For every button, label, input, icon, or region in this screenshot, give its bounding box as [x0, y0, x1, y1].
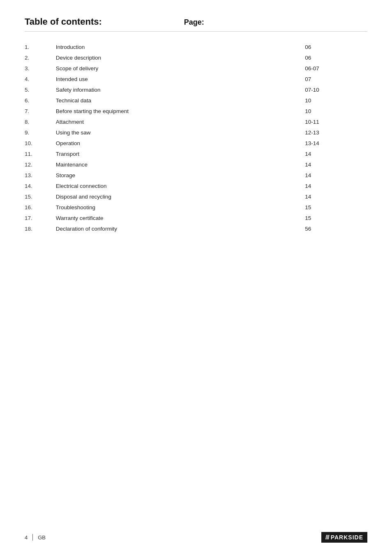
toc-item-title: Transport	[56, 148, 305, 159]
toc-item-page: 06-07	[305, 63, 367, 74]
toc-title: Table of contents:	[25, 16, 102, 27]
toc-item-page: 10-11	[305, 116, 367, 127]
toc-item-number: 5.	[25, 84, 56, 95]
toc-item-number: 11.	[25, 148, 56, 159]
toc-item-number: 8.	[25, 116, 56, 127]
parkside-logo: /// PARKSIDE	[321, 532, 367, 543]
footer-language: GB	[38, 534, 46, 541]
table-row: 3.Scope of delivery06-07	[25, 63, 367, 74]
toc-item-title: Scope of delivery	[56, 63, 305, 74]
toc-item-title: Using the saw	[56, 127, 305, 138]
logo-brand-text: PARKSIDE	[331, 534, 363, 541]
toc-header: Table of contents: Page:	[25, 16, 367, 32]
toc-item-page: 56	[305, 223, 367, 234]
toc-item-number: 4.	[25, 74, 56, 84]
footer-page-number: 4	[25, 534, 28, 541]
toc-item-title: Electrical connection	[56, 180, 305, 191]
table-row: 7.Before starting the equipment10	[25, 106, 367, 116]
toc-item-number: 10.	[25, 138, 56, 148]
toc-item-number: 12.	[25, 159, 56, 170]
table-row: 4.Intended use07	[25, 74, 367, 84]
toc-item-number: 7.	[25, 106, 56, 116]
toc-table: 1.Introduction062.Device description063.…	[25, 42, 367, 234]
table-row: 16.Troubleshooting15	[25, 202, 367, 213]
toc-item-number: 15.	[25, 191, 56, 202]
toc-item-page: 13-14	[305, 138, 367, 148]
toc-item-page: 12-13	[305, 127, 367, 138]
table-row: 14.Electrical connection14	[25, 180, 367, 191]
table-row: 12.Maintenance14	[25, 159, 367, 170]
toc-item-page: 07-10	[305, 84, 367, 95]
toc-item-number: 13.	[25, 170, 56, 180]
toc-item-title: Attachment	[56, 116, 305, 127]
logo-slashes-icon: ///	[325, 534, 329, 541]
table-row: 18.Declaration of conformity56	[25, 223, 367, 234]
toc-item-number: 17.	[25, 213, 56, 223]
toc-item-page: 06	[305, 42, 367, 52]
toc-item-page: 14	[305, 191, 367, 202]
toc-item-page: 14	[305, 148, 367, 159]
table-row: 17.Warranty certificate15	[25, 213, 367, 223]
toc-item-title: Declaration of conformity	[56, 223, 305, 234]
toc-item-number: 16.	[25, 202, 56, 213]
table-row: 13.Storage14	[25, 170, 367, 180]
toc-item-title: Maintenance	[56, 159, 305, 170]
toc-item-title: Operation	[56, 138, 305, 148]
page-column-header: Page:	[184, 18, 204, 27]
footer-left: 4 GB	[25, 534, 46, 541]
toc-item-title: Storage	[56, 170, 305, 180]
toc-item-number: 18.	[25, 223, 56, 234]
toc-item-page: 07	[305, 74, 367, 84]
toc-item-page: 10	[305, 95, 367, 106]
table-row: 8.Attachment10-11	[25, 116, 367, 127]
toc-item-title: Intended use	[56, 74, 305, 84]
toc-item-title: Before starting the equipment	[56, 106, 305, 116]
page: Table of contents: Page: 1.Introduction0…	[0, 0, 392, 555]
toc-item-title: Troubleshooting	[56, 202, 305, 213]
toc-item-title: Technical data	[56, 95, 305, 106]
toc-item-title: Device description	[56, 52, 305, 63]
table-row: 1.Introduction06	[25, 42, 367, 52]
toc-item-title: Safety information	[56, 84, 305, 95]
toc-item-page: 15	[305, 202, 367, 213]
toc-item-title: Disposal and recycling	[56, 191, 305, 202]
toc-item-number: 3.	[25, 63, 56, 74]
toc-item-number: 1.	[25, 42, 56, 52]
toc-item-title: Introduction	[56, 42, 305, 52]
toc-item-number: 2.	[25, 52, 56, 63]
toc-item-number: 14.	[25, 180, 56, 191]
footer: 4 GB /// PARKSIDE	[0, 532, 392, 543]
table-row: 9.Using the saw12-13	[25, 127, 367, 138]
toc-item-number: 9.	[25, 127, 56, 138]
table-row: 10.Operation13-14	[25, 138, 367, 148]
toc-item-page: 14	[305, 159, 367, 170]
table-row: 2.Device description06	[25, 52, 367, 63]
toc-item-page: 14	[305, 180, 367, 191]
table-row: 15.Disposal and recycling14	[25, 191, 367, 202]
table-row: 6.Technical data10	[25, 95, 367, 106]
toc-item-page: 15	[305, 213, 367, 223]
footer-divider	[32, 534, 33, 541]
table-row: 5.Safety information07-10	[25, 84, 367, 95]
toc-item-page: 10	[305, 106, 367, 116]
toc-item-number: 6.	[25, 95, 56, 106]
toc-item-page: 14	[305, 170, 367, 180]
table-row: 11.Transport14	[25, 148, 367, 159]
toc-item-title: Warranty certificate	[56, 213, 305, 223]
toc-item-page: 06	[305, 52, 367, 63]
